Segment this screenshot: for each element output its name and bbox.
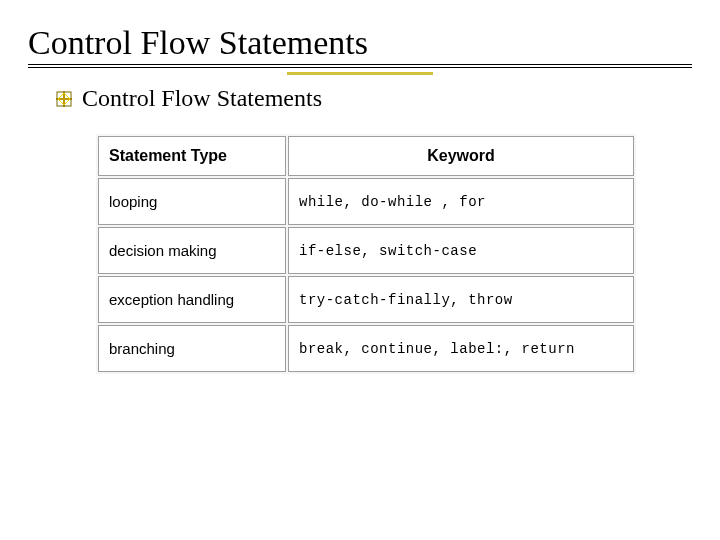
bullet-text: Control Flow Statements (82, 85, 322, 112)
header-statement-type: Statement Type (98, 136, 286, 176)
statements-table: Statement Type Keyword looping while, do… (96, 134, 636, 374)
cell-type: branching (98, 325, 286, 372)
table-row: looping while, do-while , for (98, 178, 634, 225)
cell-keyword: if-else, switch-case (288, 227, 634, 274)
page-title: Control Flow Statements (28, 24, 692, 62)
title-underline (28, 64, 692, 68)
cell-type: looping (98, 178, 286, 225)
statements-table-wrap: Statement Type Keyword looping while, do… (96, 134, 636, 374)
bullet-icon (56, 91, 72, 107)
accent-line (287, 72, 433, 75)
cell-keyword: break, continue, label:, return (288, 325, 634, 372)
cell-type: exception handling (98, 276, 286, 323)
cell-type: decision making (98, 227, 286, 274)
cell-keyword: while, do-while , for (288, 178, 634, 225)
table-header-row: Statement Type Keyword (98, 136, 634, 176)
bullet-item: Control Flow Statements (56, 85, 692, 112)
header-keyword: Keyword (288, 136, 634, 176)
slide: Control Flow Statements Control Flow Sta… (0, 0, 720, 398)
cell-keyword: try-catch-finally, throw (288, 276, 634, 323)
table-row: branching break, continue, label:, retur… (98, 325, 634, 372)
table-row: decision making if-else, switch-case (98, 227, 634, 274)
table-row: exception handling try-catch-finally, th… (98, 276, 634, 323)
